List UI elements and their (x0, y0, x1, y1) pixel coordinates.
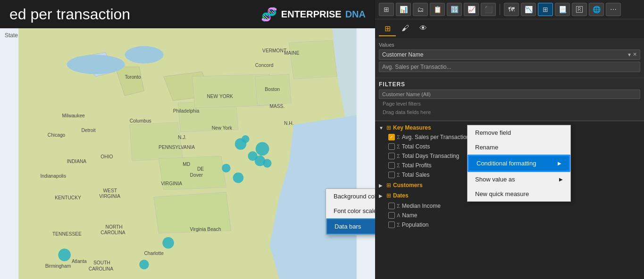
total-profits-checkbox[interactable] (388, 162, 395, 169)
background-color-scales-item[interactable]: Background color scales (326, 189, 375, 204)
median-income-label: Median Income (402, 203, 441, 209)
svg-text:New York: New York (212, 125, 233, 131)
svg-text:Toronto: Toronto (125, 74, 141, 80)
name-item[interactable]: A Name (375, 211, 644, 220)
customers-arrow: ▶ (379, 183, 385, 188)
svg-text:Boston: Boston (265, 87, 280, 92)
svg-text:N.J.: N.J. (178, 135, 186, 140)
avg-sales-label: Avg. Sales per Transaction (402, 134, 469, 140)
tab-analytics[interactable]: 👁 (415, 21, 432, 36)
customer-name-pill[interactable]: Customer Name ▾ ✕ (379, 49, 640, 60)
total-days-checkbox[interactable] (388, 153, 395, 159)
svg-point-48 (162, 237, 174, 249)
filters-label: FILTERS (379, 81, 640, 88)
key-measures-table-icon: ⊞ (386, 124, 391, 131)
total-sales-sigma-icon: Σ (397, 172, 400, 178)
icon-btn-13[interactable]: 🌐 (589, 3, 604, 16)
median-income-checkbox[interactable] (388, 203, 395, 209)
name-label: Name (402, 212, 417, 219)
font-color-scales-item[interactable]: Font color scales (326, 204, 375, 218)
total-costs-sigma-icon: Σ (397, 144, 400, 149)
svg-text:INDIANA: INDIANA (67, 159, 87, 164)
separator-1 (500, 4, 500, 15)
total-costs-checkbox[interactable] (388, 143, 395, 150)
svg-point-4 (125, 46, 164, 64)
avg-sales-checkbox[interactable] (388, 134, 395, 140)
left-panel: ed per transaction 🧬 ENTERPRISE DNA Stat… (0, 0, 375, 279)
svg-text:TENNESSEE: TENNESSEE (52, 231, 82, 237)
state-label: State (5, 32, 18, 39)
remove-field-item[interactable]: Remove field (468, 125, 570, 140)
total-days-sigma-icon: Σ (397, 153, 400, 159)
show-value-as-item[interactable]: Show value as ▶ (468, 172, 570, 187)
population-checkbox[interactable] (388, 222, 395, 228)
toolbar-row1: ⊞ 📊 🗂 📋 🔢 📈 ⬛ 🗺 📉 ⊞ 📃 🅁 🌐 ⋯ (375, 0, 644, 19)
icon-btn-11[interactable]: 📃 (555, 3, 570, 16)
field-wells: Values Customer Name ▾ ✕ Avg. Sales per … (375, 38, 644, 78)
page-level-label: Page level filters (379, 99, 640, 108)
total-costs-label: Total Costs (402, 143, 430, 150)
key-measures-label: Key Measures (393, 124, 431, 131)
table-icon-btn[interactable]: ⊞ (538, 3, 553, 16)
svg-text:Charlotte: Charlotte (144, 251, 164, 256)
avg-sales-text: Avg. Sales per Transactio... (382, 64, 452, 70)
icon-btn-4[interactable]: 📋 (430, 3, 445, 16)
header-bar: ed per transaction 🧬 ENTERPRISE DNA (0, 0, 375, 28)
new-quick-measure-item[interactable]: New quick measure (468, 187, 570, 201)
svg-text:CAROLINA: CAROLINA (100, 230, 125, 235)
pill-close-icon[interactable]: ✕ (633, 51, 637, 58)
conditional-formatting-item[interactable]: Conditional formatting ▶ (468, 155, 570, 172)
svg-text:KENTUCKY: KENTUCKY (55, 195, 81, 200)
svg-text:NORTH: NORTH (106, 224, 123, 230)
map-container: State (0, 28, 375, 279)
main-context-menu[interactable]: Remove field Rename Conditional formatti… (467, 125, 571, 202)
name-checkbox[interactable] (388, 212, 395, 219)
svg-text:VIRGINIA: VIRGINIA (161, 181, 182, 186)
total-sales-label: Total Sales (402, 172, 430, 178)
dates-table-icon: ⊞ (386, 192, 391, 199)
right-panel: ⊞ 📊 🗂 📋 🔢 📈 ⬛ 🗺 📉 ⊞ 📃 🅁 🌐 ⋯ ⊞ 🖌 👁 Values… (375, 0, 644, 279)
icon-btn-3[interactable]: 🗂 (413, 3, 428, 16)
svg-point-42 (256, 142, 269, 156)
svg-text:MASS.: MASS. (269, 104, 284, 109)
population-item[interactable]: Σ Population (375, 220, 644, 230)
svg-point-45 (242, 135, 249, 143)
total-sales-checkbox[interactable] (388, 172, 395, 178)
icon-btn-6[interactable]: 📈 (464, 3, 479, 16)
secondary-context-menu[interactable]: Background color scales Font color scale… (326, 189, 375, 235)
icon-btn-9[interactable]: 📉 (521, 3, 536, 16)
avg-sales-pill[interactable]: Avg. Sales per Transactio... (379, 62, 640, 72)
customer-filter-text: Customer Name (All) (382, 91, 431, 97)
svg-point-44 (263, 159, 271, 167)
svg-point-3 (67, 55, 125, 74)
customer-name-text: Customer Name (382, 51, 423, 58)
tab-format[interactable]: 🖌 (397, 21, 414, 36)
icon-btn-8[interactable]: 🗺 (504, 3, 519, 16)
rename-item[interactable]: Rename (468, 140, 570, 155)
icon-btn-2[interactable]: 📊 (396, 3, 411, 16)
drag-label: Drag data fields here (379, 108, 640, 118)
svg-text:Milwaukee: Milwaukee (62, 113, 85, 118)
total-days-label: Total Days Transacting (402, 153, 459, 159)
population-label: Population (402, 222, 429, 228)
svg-text:Philadelphia: Philadelphia (173, 108, 200, 114)
pill-chevron-icon[interactable]: ▾ (628, 51, 631, 58)
data-bars-item[interactable]: Data bars (326, 218, 375, 235)
icon-btn-1[interactable]: ⊞ (379, 3, 394, 16)
customers-label: Customers (393, 182, 423, 189)
dates-arrow: ▶ (379, 193, 385, 198)
tab-fields[interactable]: ⊞ (379, 21, 396, 36)
map-svg: Milwaukee Detroit Chicago Columbus Phila… (0, 28, 375, 279)
median-income-item[interactable]: Σ Median Income (375, 201, 644, 211)
svg-text:VERMONT: VERMONT (262, 48, 286, 53)
customers-table-icon: ⊞ (386, 182, 391, 189)
icon-btn-12[interactable]: 🅁 (572, 3, 587, 16)
svg-text:Concord: Concord (255, 63, 274, 68)
svg-text:Birmingham: Birmingham (45, 263, 71, 269)
svg-text:Indianapolis: Indianapolis (40, 173, 66, 179)
customer-filter-pill[interactable]: Customer Name (All) (379, 90, 640, 99)
icon-btn-5[interactable]: 🔢 (447, 3, 462, 16)
icon-btn-7[interactable]: ⬛ (481, 3, 496, 16)
svg-text:Columbus: Columbus (130, 118, 151, 123)
icon-btn-14[interactable]: ⋯ (606, 3, 621, 16)
